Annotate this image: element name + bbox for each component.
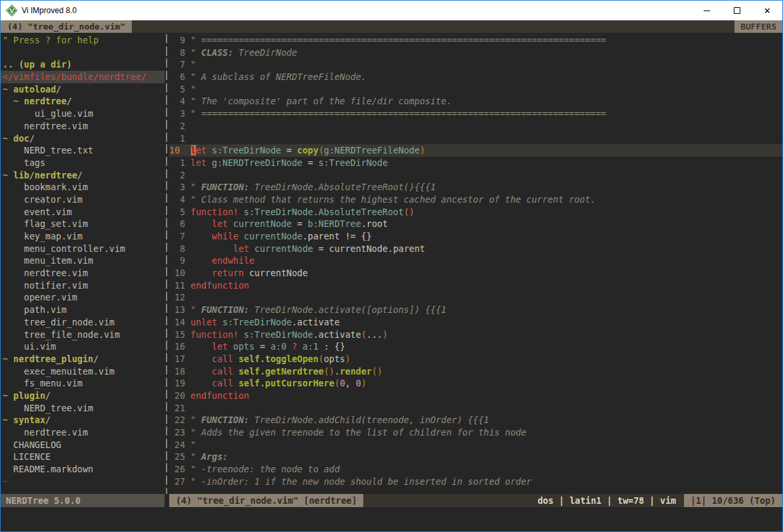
code-line[interactable]: 22" FUNCTION: TreeDirNode.addChild(treen… [169, 414, 782, 426]
tab-tree-dir-node[interactable]: (4) "tree_dir_node.vim" [1, 20, 132, 33]
code-line[interactable]: 1 [169, 133, 782, 145]
code-line[interactable]: 15function! s:TreeDirNode.activate(...) [169, 329, 782, 341]
tree-item[interactable]: ~ autoload/ [1, 83, 165, 96]
line-number: 22 [169, 414, 185, 426]
code-line[interactable]: 9 endwhile [169, 255, 782, 267]
tree-item[interactable]: nerdtree.vim [1, 267, 165, 279]
line-number: 2 [169, 120, 185, 133]
window-split-separator[interactable] [165, 33, 169, 494]
close-icon: ✕ [764, 7, 771, 15]
line-number: 5 [169, 206, 185, 218]
tree-item[interactable] [1, 47, 165, 59]
tree-item[interactable]: ~ nerdtree/ [1, 95, 165, 108]
tree-item[interactable]: notifier.vim [1, 279, 165, 292]
code-line[interactable]: 8 let currentNode = currentNode.parent [169, 243, 782, 255]
tree-item[interactable]: flag_set.vim [1, 218, 165, 230]
line-number: 11 [169, 279, 185, 292]
code-line[interactable]: 2 [169, 169, 782, 182]
code-line[interactable]: 10let s:TreeDirNode = copy(g:NERDTreeFil… [169, 144, 782, 157]
tree-item[interactable]: " Press ? for help [1, 34, 165, 47]
code-line[interactable]: 21 [169, 402, 782, 415]
tree-item[interactable]: tree_file_node.vim [1, 329, 165, 341]
tabline-fill [132, 20, 734, 33]
tree-item[interactable]: ~ doc/ [1, 133, 165, 145]
tree-item[interactable]: ~ nerdtree_plugin/ [1, 353, 165, 365]
tree-item[interactable]: event.vim [1, 206, 165, 218]
tree-item[interactable]: README.markdown [1, 463, 165, 476]
tree-item[interactable]: .. (up a dir) [1, 58, 165, 71]
code-line[interactable]: 5function! s:TreeDirNode.AbsoluteTreeRoo… [169, 206, 782, 218]
tree-item[interactable]: bookmark.vim [1, 181, 165, 194]
tree-item[interactable]: creator.vim [1, 194, 165, 206]
tree-item[interactable]: exec_menuitem.vim [1, 365, 165, 378]
code-line[interactable]: 6" A subclass of NERDTreeFileNode. [169, 71, 782, 83]
code-line[interactable]: 18 call self.getNerdtree().render() [169, 365, 782, 378]
tree-item[interactable]: fs_menu.vim [1, 377, 165, 390]
code-line[interactable]: 13" FUNCTION: TreeDirNode.activate([opti… [169, 304, 782, 316]
maximize-icon [734, 7, 740, 14]
code-line[interactable]: 16 let opts = a:0 ? a:1 : {} [169, 340, 782, 353]
tree-item[interactable]: key_map.vim [1, 230, 165, 243]
code-line[interactable]: 20endfunction [169, 390, 782, 402]
code-line[interactable]: 23" Adds the given treenode to the list … [169, 426, 782, 439]
titlebar: V Vi IMproved 8.0 ✕ [1, 1, 782, 20]
code-line[interactable]: 7 while currentNode.parent != {} [169, 230, 782, 243]
code-line[interactable]: 24" [169, 439, 782, 451]
tree-item[interactable]: LICENCE [1, 451, 165, 463]
code-line[interactable]: 2 [169, 120, 782, 133]
code-line[interactable]: 7" [169, 58, 782, 71]
code-line[interactable]: 10 return currentNode [169, 267, 782, 279]
line-number: 12 [169, 291, 185, 304]
code-line[interactable]: 17 call self.toggleOpen(opts) [169, 353, 782, 365]
statusline-filename: (4) "tree_dir_node.vim" [nerdtree] [169, 494, 363, 507]
code-line[interactable]: 19 call self.putCursorHere(0, 0) [169, 377, 782, 390]
tree-item[interactable]: tree_dir_node.vim [1, 316, 165, 329]
code-line[interactable]: 25" Args: [169, 451, 782, 463]
close-button[interactable]: ✕ [752, 1, 782, 20]
line-number: 20 [169, 390, 185, 402]
tree-item[interactable]: ui_glue.vim [1, 108, 165, 120]
tree-item[interactable]: NERD_tree.txt [1, 144, 165, 157]
minimize-button[interactable] [692, 1, 722, 20]
code-line[interactable]: 5" [169, 83, 782, 96]
code-line[interactable]: 3" FUNCTION: TreeDirNode.AbsoluteTreeRoo… [169, 181, 782, 194]
tree-item[interactable]: ~ plugin/ [1, 390, 165, 402]
tree-item[interactable]: </vimfiles/bundle/nerdtree/ [1, 71, 165, 83]
code-line[interactable]: 1let g:NERDTreeDirNode = s:TreeDirNode [169, 157, 782, 169]
tree-item[interactable]: nerdtree.vim [1, 120, 165, 133]
maximize-button[interactable] [722, 1, 752, 20]
tree-item[interactable]: ~ [1, 476, 165, 488]
code-line[interactable]: 11endfunction [169, 279, 782, 292]
tree-item[interactable]: tags [1, 157, 165, 169]
line-number: 6 [169, 71, 185, 83]
tree-item[interactable]: menu_item.vim [1, 255, 165, 267]
code-line[interactable]: 26" -treenode: the node to add [169, 463, 782, 476]
code-line[interactable]: 14unlet s:TreeDirNode.activate [169, 316, 782, 329]
tree-item[interactable]: CHANGELOG [1, 439, 165, 451]
tree-item[interactable]: NERD_tree.vim [1, 402, 165, 415]
line-number: 8 [169, 243, 185, 255]
code-line[interactable]: 9" =====================================… [169, 34, 782, 47]
tree-item[interactable]: path.vim [1, 304, 165, 316]
code-line[interactable]: 6 let currentNode = b:NERDTree.root [169, 218, 782, 230]
code-line[interactable]: 8" CLASS: TreeDirNode [169, 47, 782, 59]
code-line[interactable]: 27" -inOrder: 1 if the new node should b… [169, 476, 782, 488]
code-line[interactable]: 4" Class method that returns the highest… [169, 194, 782, 206]
tree-item[interactable]: ~ lib/nerdtree/ [1, 169, 165, 182]
line-number: 1 [169, 133, 185, 145]
tree-item[interactable]: ui.vim [1, 340, 165, 353]
nerdtree-statusline: NERDTree 5.0.0 [1, 494, 165, 507]
line-number: 24 [169, 439, 185, 451]
tree-item[interactable]: nerdtree.vim [1, 426, 165, 439]
minimize-icon [704, 10, 710, 11]
tree-item[interactable]: menu_controller.vim [1, 243, 165, 255]
line-number: 26 [169, 463, 185, 476]
code-line[interactable]: 12 [169, 291, 782, 304]
code-line[interactable]: 3" =====================================… [169, 108, 782, 120]
tree-item[interactable]: opener.vim [1, 291, 165, 304]
window-controls: ✕ [692, 1, 782, 20]
tree-item[interactable]: ~ syntax/ [1, 414, 165, 426]
line-number: 7 [169, 58, 185, 71]
line-number: 4 [169, 194, 185, 206]
code-line[interactable]: 4" The 'composite' part of the file/dir … [169, 95, 782, 108]
